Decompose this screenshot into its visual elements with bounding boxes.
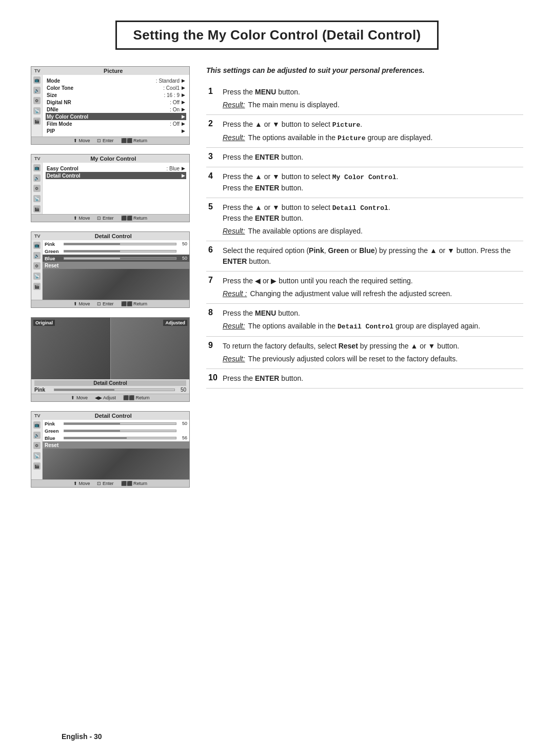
slider-blue-5: Blue 56 xyxy=(43,434,189,441)
tv-header-3: TV Detail Control xyxy=(31,232,189,240)
tv-content-5: Pink 50 Green Blue 56 xyxy=(43,420,189,479)
step-content-7: Press the ◀ or ▶ button until you reach … xyxy=(221,272,523,304)
menu-title-1: Picture xyxy=(41,68,186,74)
step-num-1: 1 xyxy=(206,83,221,115)
footer-enter-2: ⊡ Enter xyxy=(97,216,113,221)
content-wrapper: TV Picture 📺 🔊 ⚙ 📡 🎬 xyxy=(31,66,523,488)
tv-image-3 xyxy=(43,269,189,300)
photo-original: Original xyxy=(31,318,111,379)
reset-row-5: Reset xyxy=(43,441,189,449)
tv-icon-2b: 🔊 xyxy=(33,175,41,182)
tv-header-5: TV Detail Control xyxy=(31,412,189,420)
tv-footer-2: ⬆ Move ⊡ Enter ⬛⬛ Return xyxy=(31,214,189,222)
tv-icon-2a: 📺 xyxy=(33,164,41,171)
footer-text: English - 30 xyxy=(62,732,102,741)
step-row-10: 10 Press the ENTER button. xyxy=(206,369,523,388)
original-label: Original xyxy=(33,320,55,326)
step-row-2: 2 Press the ▲ or ▼ button to select Pict… xyxy=(206,115,523,148)
step-content-5: Press the ▲ or ▼ button to select Detail… xyxy=(221,198,523,241)
step-row-3: 3 Press the ENTER button. xyxy=(206,148,523,167)
menu-title-5: Detail Control xyxy=(41,413,186,419)
page-title-container: Setting the My Color Control (Detail Con… xyxy=(31,21,523,50)
step-content-3: Press the ENTER button. xyxy=(221,148,523,167)
tv-label-5: TV xyxy=(34,413,41,418)
slider-green-5: Green xyxy=(43,427,189,434)
tv-screen-2: TV My Color Control 📺 🔊 ⚙ 📡 🎬 xyxy=(31,154,190,222)
tv-icon-1a: 📺 xyxy=(33,76,41,84)
tv-icons-3: 📺 🔊 ⚙ 📡 🎬 xyxy=(31,240,43,300)
slider-blue: Blue 50 xyxy=(43,255,189,262)
step-num-8: 8 xyxy=(206,304,221,337)
slider-pink: Pink 50 xyxy=(43,240,189,247)
menu-item-filmmode: Film Mode : Off ▶ xyxy=(46,120,186,127)
photo-footer: ⬆ Move ◀▶ Adjust ⬛⬛ Return xyxy=(31,394,189,401)
menu-title-3: Detail Control xyxy=(41,233,186,239)
photo-area: Original Adjusted xyxy=(31,318,189,379)
step-row-8: 8 Press the MENU button. Result: The opt… xyxy=(206,304,523,337)
tv-header-1: TV Picture xyxy=(31,67,189,75)
step-row-9: 9 To return the factory defaults, select… xyxy=(206,336,523,369)
photo-bottom-info: Detail Control Pink 50 xyxy=(31,379,189,394)
step-content-10: Press the ENTER button. xyxy=(221,369,523,388)
steps-table: 1 Press the MENU button. Result: The mai… xyxy=(206,83,523,389)
footer-return-3: ⬛⬛ Return xyxy=(121,301,148,306)
tv-icon-5e: 🎬 xyxy=(33,462,41,470)
footer-move-3: ⬆ Move xyxy=(73,301,90,306)
menu-item-colortone: Color Tone : Cool1 ▶ xyxy=(46,84,186,91)
step-row-5: 5 Press the ▲ or ▼ button to select Deta… xyxy=(206,198,523,241)
tv-footer-5: ⬆ Move ⊡ Enter ⬛⬛ Return xyxy=(31,479,189,487)
menu-item-dnr: Digital NR : Off ▶ xyxy=(46,99,186,106)
step-content-8: Press the MENU button. Result: The optio… xyxy=(221,304,523,337)
slider-pink-5: Pink 50 xyxy=(43,420,189,427)
tv-header-2: TV My Color Control xyxy=(31,154,189,163)
tv-screen-1: TV Picture 📺 🔊 ⚙ 📡 🎬 xyxy=(31,66,190,145)
tv-icon-3d: 📡 xyxy=(33,273,41,280)
step-num-7: 7 xyxy=(206,272,221,304)
tv-screen-5: TV Detail Control 📺 🔊 ⚙ 📡 🎬 Pink xyxy=(31,411,190,488)
right-column: This settings can be adjusted to suit yo… xyxy=(206,66,523,488)
reset-row-3: Reset xyxy=(43,262,189,269)
step-row-7: 7 Press the ◀ or ▶ button until you reac… xyxy=(206,272,523,304)
tv-menu-2: Easy Control : Blue ▶ Detail Control ▶ xyxy=(43,163,189,181)
step-content-9: To return the factory defaults, select R… xyxy=(221,336,523,369)
footer-enter-1: ⊡ Enter xyxy=(97,138,113,143)
tv-icons-5: 📺 🔊 ⚙ 📡 🎬 xyxy=(31,420,43,479)
step-num-3: 3 xyxy=(206,148,221,167)
tv-label-3: TV xyxy=(34,234,41,239)
step-num-6: 6 xyxy=(206,241,221,272)
tv-icon-1d: 📡 xyxy=(33,107,41,114)
tv-icons-1: 📺 🔊 ⚙ 📡 🎬 xyxy=(31,75,43,137)
tv-icon-3a: 📺 xyxy=(33,242,41,249)
footer-move-5: ⬆ Move xyxy=(73,481,90,486)
photo-slider-label: Pink xyxy=(34,387,52,393)
footer-move-2: ⬆ Move xyxy=(73,216,90,221)
footer-return-5: ⬛⬛ Return xyxy=(121,481,148,486)
subtitle: This settings can be adjusted to suit yo… xyxy=(206,66,523,74)
tv-icon-3e: 🎬 xyxy=(33,283,41,290)
tv-body-5: 📺 🔊 ⚙ 📡 🎬 Pink 50 Green xyxy=(31,420,189,479)
step-num-2: 2 xyxy=(206,115,221,148)
step-row-6: 6 Select the required option (Pink, Gree… xyxy=(206,241,523,272)
step-num-5: 5 xyxy=(206,198,221,241)
tv-content-3: Pink 50 Green Blue 50 xyxy=(43,240,189,300)
photo-footer-move: ⬆ Move xyxy=(71,395,88,400)
tv-icon-2c: ⚙ xyxy=(33,185,41,192)
tv-icon-5b: 🔊 xyxy=(33,432,41,439)
tv-image-5 xyxy=(43,449,189,479)
step-content-4: Press the ▲ or ▼ button to select My Col… xyxy=(221,167,523,198)
slider-green: Green xyxy=(43,247,189,255)
footer-enter-5: ⊡ Enter xyxy=(97,481,113,486)
photo-dc-title: Detail Control xyxy=(34,380,186,386)
tv-label-2: TV xyxy=(34,156,41,161)
step-row-4: 4 Press the ▲ or ▼ button to select My C… xyxy=(206,167,523,198)
tv-icon-5c: ⚙ xyxy=(33,442,41,449)
tv-footer-1: ⬆ Move ⊡ Enter ⬛⬛ Return xyxy=(31,137,189,144)
tv-content-1: Mode : Standard ▶ Color Tone : Cool1 ▶ S… xyxy=(43,75,189,137)
tv-icons-2: 📺 🔊 ⚙ 📡 🎬 xyxy=(31,163,43,214)
menu-item-pip: PIP ▶ xyxy=(46,127,186,134)
step-row-1: 1 Press the MENU button. Result: The mai… xyxy=(206,83,523,115)
photo-footer-adjust: ◀▶ Adjust xyxy=(95,395,116,400)
tv-label-1: TV xyxy=(34,68,41,73)
step-content-1: Press the MENU button. Result: The main … xyxy=(221,83,523,115)
tv-icon-3c: ⚙ xyxy=(33,262,41,269)
